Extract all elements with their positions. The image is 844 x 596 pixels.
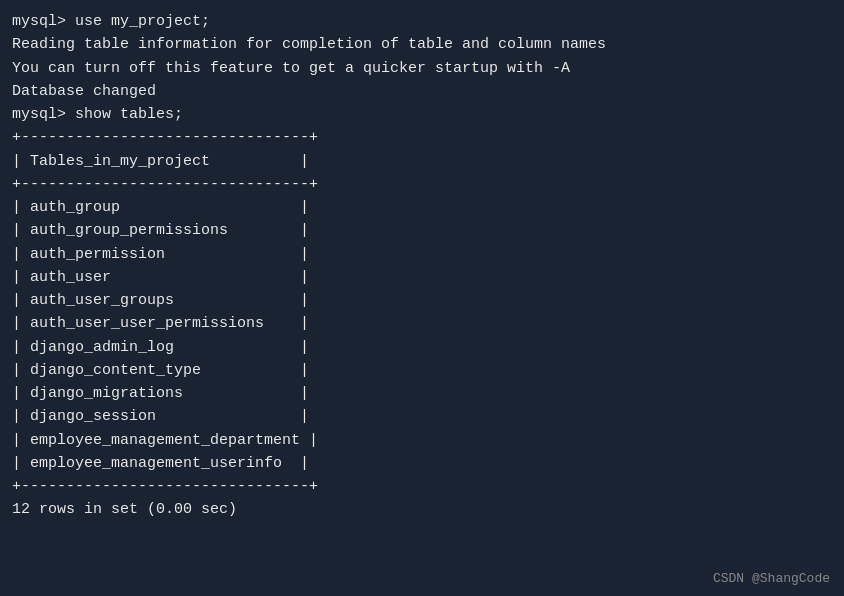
- terminal-line: mysql> use my_project;: [12, 10, 832, 33]
- terminal-line: | auth_user_groups |: [12, 289, 832, 312]
- terminal-window: mysql> use my_project;Reading table info…: [0, 0, 844, 596]
- terminal-line: | django_content_type |: [12, 359, 832, 382]
- terminal-content: mysql> use my_project;Reading table info…: [12, 10, 832, 522]
- terminal-line: +--------------------------------+: [12, 173, 832, 196]
- terminal-line: | auth_group_permissions |: [12, 219, 832, 242]
- terminal-line: | auth_user_user_permissions |: [12, 312, 832, 335]
- terminal-line: | django_session |: [12, 405, 832, 428]
- terminal-line: 12 rows in set (0.00 sec): [12, 498, 832, 521]
- terminal-line: Database changed: [12, 80, 832, 103]
- terminal-line: +--------------------------------+: [12, 475, 832, 498]
- terminal-line: | auth_permission |: [12, 243, 832, 266]
- terminal-line: | employee_management_userinfo |: [12, 452, 832, 475]
- terminal-line: | Tables_in_my_project |: [12, 150, 832, 173]
- terminal-line: | django_admin_log |: [12, 336, 832, 359]
- terminal-line: You can turn off this feature to get a q…: [12, 57, 832, 80]
- terminal-line: | employee_management_department |: [12, 429, 832, 452]
- terminal-line: mysql> show tables;: [12, 103, 832, 126]
- terminal-line: | auth_user |: [12, 266, 832, 289]
- watermark: CSDN @ShangCode: [713, 571, 830, 586]
- terminal-line: | auth_group |: [12, 196, 832, 219]
- terminal-line: Reading table information for completion…: [12, 33, 832, 56]
- terminal-line: +--------------------------------+: [12, 126, 832, 149]
- terminal-line: | django_migrations |: [12, 382, 832, 405]
